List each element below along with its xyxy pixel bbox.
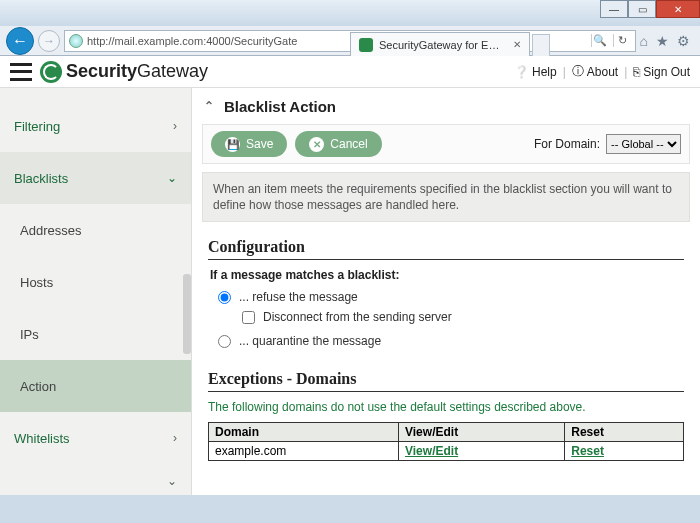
favorites-icon[interactable]: ★ [656, 33, 669, 49]
table-row: example.com View/Edit Reset [209, 442, 684, 461]
page-title-row: ⌃ Blacklist Action [192, 88, 700, 124]
sidebar-sub-hosts[interactable]: Hosts [0, 256, 191, 308]
refresh-icon[interactable]: ↻ [613, 34, 631, 47]
sidebar-item-more[interactable]: ⌄ [0, 464, 191, 495]
tab-title: SecurityGateway for Email S... [379, 39, 507, 51]
reset-link[interactable]: Reset [571, 444, 604, 458]
disconnect-checkbox[interactable] [242, 311, 255, 324]
brand-logo-icon [40, 61, 62, 83]
menu-icon[interactable] [10, 63, 32, 81]
sidebar-sub-addresses[interactable]: Addresses [0, 204, 191, 256]
sidebar-sub-action[interactable]: Action [0, 360, 191, 412]
for-domain-label: For Domain: [534, 137, 600, 151]
configuration-lead: If a message matches a blacklist: [210, 268, 684, 282]
sidebar-item-whitelists[interactable]: Whitelists › [0, 412, 191, 464]
exceptions-intro: The following domains do not use the def… [208, 400, 684, 414]
chevron-down-icon: ⌄ [167, 474, 177, 488]
home-icon[interactable]: ⌂ [640, 33, 648, 49]
sidebar-item-label: Blacklists [14, 171, 68, 186]
collapse-icon[interactable]: ⌃ [204, 99, 214, 113]
sidebar-scrollbar[interactable] [183, 274, 191, 354]
cancel-icon: ✕ [309, 137, 324, 152]
col-domain: Domain [209, 423, 399, 442]
help-link[interactable]: ❔Help [514, 65, 557, 79]
window-titlebar: — ▭ ✕ [0, 0, 700, 26]
cancel-button[interactable]: ✕ Cancel [295, 131, 381, 157]
sidebar-item-filtering[interactable]: Filtering › [0, 100, 191, 152]
info-icon: ⓘ [572, 63, 584, 80]
sidebar-item-label: Whitelists [14, 431, 70, 446]
window-close-button[interactable]: ✕ [656, 0, 700, 18]
description-box: When an item meets the requirements spec… [202, 172, 690, 222]
help-icon: ❔ [514, 65, 529, 79]
sidebar-item-label: Filtering [14, 119, 60, 134]
signout-icon: ⎘ [633, 65, 640, 79]
chevron-right-icon: › [173, 119, 177, 133]
main-content: ⌃ Blacklist Action 💾 Save ✕ Cancel For D… [192, 88, 700, 495]
about-link[interactable]: ⓘAbout [572, 63, 618, 80]
for-domain-select[interactable]: -- Global -- [606, 134, 681, 154]
chevron-right-icon: › [173, 431, 177, 445]
window-maximize-button[interactable]: ▭ [628, 0, 656, 18]
sidebar-sub-ips[interactable]: IPs [0, 308, 191, 360]
save-icon: 💾 [225, 137, 240, 152]
browser-forward-button[interactable]: → [38, 30, 60, 52]
configuration-section: Configuration If a message matches a bla… [208, 238, 684, 354]
option-disconnect[interactable]: Disconnect from the sending server [242, 310, 684, 324]
chevron-down-icon: ⌄ [167, 171, 177, 185]
tools-icon[interactable]: ⚙ [677, 33, 690, 49]
exceptions-table: Domain View/Edit Reset example.com View/… [208, 422, 684, 461]
browser-back-button[interactable]: ← [6, 27, 34, 55]
site-favicon [69, 34, 83, 48]
option-quarantine[interactable]: ... quarantine the message [218, 334, 684, 348]
view-edit-link[interactable]: View/Edit [405, 444, 458, 458]
sidebar: Filtering › Blacklists ⌄ Addresses Hosts… [0, 88, 192, 495]
window-minimize-button[interactable]: — [600, 0, 628, 18]
sidebar-item-truncated[interactable] [0, 88, 191, 100]
save-button[interactable]: 💾 Save [211, 131, 287, 157]
signout-link[interactable]: ⎘Sign Out [633, 65, 690, 79]
search-icon[interactable]: 🔍 [591, 34, 609, 47]
page-title: Blacklist Action [224, 98, 336, 115]
app-header: SecurityGateway ❔Help | ⓘAbout | ⎘Sign O… [0, 56, 700, 88]
quarantine-radio[interactable] [218, 335, 231, 348]
exceptions-heading: Exceptions - Domains [208, 370, 684, 392]
toolbar: 💾 Save ✕ Cancel For Domain: -- Global -- [202, 124, 690, 164]
cell-domain: example.com [209, 442, 399, 461]
refuse-radio[interactable] [218, 291, 231, 304]
col-viewedit: View/Edit [399, 423, 565, 442]
browser-tab[interactable]: SecurityGateway for Email S... ✕ [350, 32, 530, 56]
new-tab-button[interactable] [532, 34, 550, 56]
brand-text: SecurityGateway [66, 61, 208, 82]
option-refuse[interactable]: ... refuse the message [218, 290, 684, 304]
app-frame: SecurityGateway ❔Help | ⓘAbout | ⎘Sign O… [0, 56, 700, 495]
for-domain-control: For Domain: -- Global -- [534, 134, 681, 154]
exceptions-section: Exceptions - Domains The following domai… [208, 370, 684, 461]
sidebar-item-blacklists[interactable]: Blacklists ⌄ [0, 152, 191, 204]
configuration-heading: Configuration [208, 238, 684, 260]
tab-favicon [359, 38, 373, 52]
col-reset: Reset [565, 423, 684, 442]
tab-close-icon[interactable]: ✕ [513, 39, 521, 50]
